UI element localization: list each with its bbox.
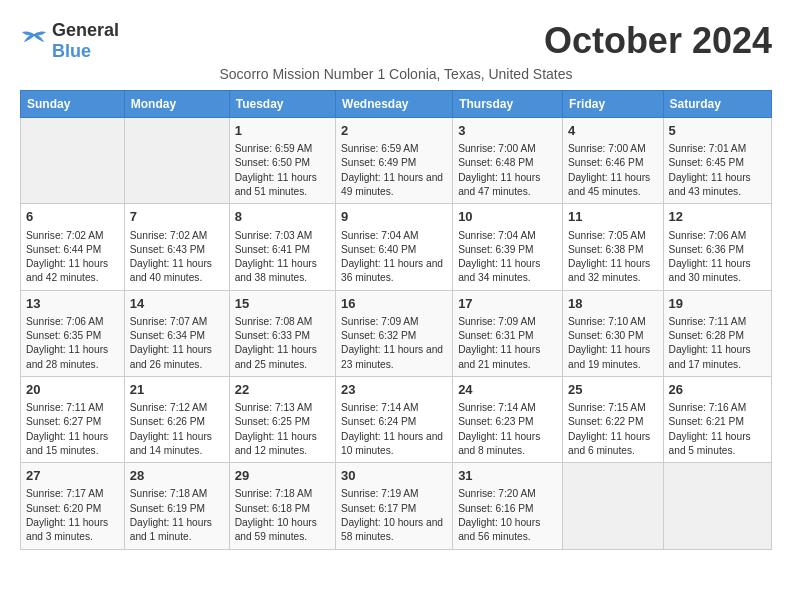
day-number: 11	[568, 208, 657, 226]
header: General Blue October 2024	[20, 20, 772, 62]
day-number: 1	[235, 122, 330, 140]
calendar-body: 1Sunrise: 6:59 AMSunset: 6:50 PMDaylight…	[21, 118, 772, 550]
calendar-subtitle: Socorro Mission Number 1 Colonia, Texas,…	[20, 66, 772, 82]
cell-w3-d2: 14Sunrise: 7:07 AMSunset: 6:34 PMDayligh…	[124, 290, 229, 376]
day-number: 12	[669, 208, 766, 226]
day-info: Sunrise: 7:12 AMSunset: 6:26 PMDaylight:…	[130, 401, 224, 458]
cell-w1-d2	[124, 118, 229, 204]
day-info: Sunrise: 7:00 AMSunset: 6:48 PMDaylight:…	[458, 142, 557, 199]
week-row-2: 6Sunrise: 7:02 AMSunset: 6:44 PMDaylight…	[21, 204, 772, 290]
day-number: 28	[130, 467, 224, 485]
day-info: Sunrise: 7:07 AMSunset: 6:34 PMDaylight:…	[130, 315, 224, 372]
logo: General Blue	[20, 20, 119, 62]
day-info: Sunrise: 7:06 AMSunset: 6:35 PMDaylight:…	[26, 315, 119, 372]
cell-w3-d7: 19Sunrise: 7:11 AMSunset: 6:28 PMDayligh…	[663, 290, 771, 376]
calendar-header: Sunday Monday Tuesday Wednesday Thursday…	[21, 91, 772, 118]
cell-w2-d6: 11Sunrise: 7:05 AMSunset: 6:38 PMDayligh…	[563, 204, 663, 290]
logo-text: General Blue	[52, 20, 119, 62]
day-number: 20	[26, 381, 119, 399]
day-info: Sunrise: 7:04 AMSunset: 6:40 PMDaylight:…	[341, 229, 447, 286]
header-row: Sunday Monday Tuesday Wednesday Thursday…	[21, 91, 772, 118]
week-row-4: 20Sunrise: 7:11 AMSunset: 6:27 PMDayligh…	[21, 376, 772, 462]
day-info: Sunrise: 7:10 AMSunset: 6:30 PMDaylight:…	[568, 315, 657, 372]
cell-w2-d2: 7Sunrise: 7:02 AMSunset: 6:43 PMDaylight…	[124, 204, 229, 290]
day-number: 29	[235, 467, 330, 485]
day-info: Sunrise: 7:18 AMSunset: 6:19 PMDaylight:…	[130, 487, 224, 544]
day-number: 30	[341, 467, 447, 485]
cell-w2-d3: 8Sunrise: 7:03 AMSunset: 6:41 PMDaylight…	[229, 204, 335, 290]
day-info: Sunrise: 7:02 AMSunset: 6:44 PMDaylight:…	[26, 229, 119, 286]
day-number: 2	[341, 122, 447, 140]
week-row-1: 1Sunrise: 6:59 AMSunset: 6:50 PMDaylight…	[21, 118, 772, 204]
cell-w4-d5: 24Sunrise: 7:14 AMSunset: 6:23 PMDayligh…	[453, 376, 563, 462]
day-number: 15	[235, 295, 330, 313]
col-monday: Monday	[124, 91, 229, 118]
day-info: Sunrise: 7:04 AMSunset: 6:39 PMDaylight:…	[458, 229, 557, 286]
cell-w3-d1: 13Sunrise: 7:06 AMSunset: 6:35 PMDayligh…	[21, 290, 125, 376]
day-info: Sunrise: 7:05 AMSunset: 6:38 PMDaylight:…	[568, 229, 657, 286]
logo-icon	[20, 30, 48, 52]
month-title: October 2024	[544, 20, 772, 62]
day-info: Sunrise: 7:09 AMSunset: 6:32 PMDaylight:…	[341, 315, 447, 372]
cell-w1-d7: 5Sunrise: 7:01 AMSunset: 6:45 PMDaylight…	[663, 118, 771, 204]
day-number: 4	[568, 122, 657, 140]
cell-w1-d4: 2Sunrise: 6:59 AMSunset: 6:49 PMDaylight…	[336, 118, 453, 204]
cell-w5-d3: 29Sunrise: 7:18 AMSunset: 6:18 PMDayligh…	[229, 463, 335, 549]
cell-w3-d4: 16Sunrise: 7:09 AMSunset: 6:32 PMDayligh…	[336, 290, 453, 376]
day-info: Sunrise: 7:15 AMSunset: 6:22 PMDaylight:…	[568, 401, 657, 458]
day-info: Sunrise: 7:14 AMSunset: 6:23 PMDaylight:…	[458, 401, 557, 458]
day-info: Sunrise: 7:03 AMSunset: 6:41 PMDaylight:…	[235, 229, 330, 286]
cell-w1-d5: 3Sunrise: 7:00 AMSunset: 6:48 PMDaylight…	[453, 118, 563, 204]
col-sunday: Sunday	[21, 91, 125, 118]
cell-w5-d4: 30Sunrise: 7:19 AMSunset: 6:17 PMDayligh…	[336, 463, 453, 549]
day-number: 18	[568, 295, 657, 313]
cell-w5-d5: 31Sunrise: 7:20 AMSunset: 6:16 PMDayligh…	[453, 463, 563, 549]
cell-w4-d3: 22Sunrise: 7:13 AMSunset: 6:25 PMDayligh…	[229, 376, 335, 462]
day-info: Sunrise: 7:17 AMSunset: 6:20 PMDaylight:…	[26, 487, 119, 544]
day-info: Sunrise: 7:09 AMSunset: 6:31 PMDaylight:…	[458, 315, 557, 372]
day-number: 10	[458, 208, 557, 226]
day-info: Sunrise: 7:08 AMSunset: 6:33 PMDaylight:…	[235, 315, 330, 372]
logo-general: General	[52, 20, 119, 40]
cell-w1-d6: 4Sunrise: 7:00 AMSunset: 6:46 PMDaylight…	[563, 118, 663, 204]
day-info: Sunrise: 7:19 AMSunset: 6:17 PMDaylight:…	[341, 487, 447, 544]
day-info: Sunrise: 6:59 AMSunset: 6:49 PMDaylight:…	[341, 142, 447, 199]
col-saturday: Saturday	[663, 91, 771, 118]
day-number: 14	[130, 295, 224, 313]
day-info: Sunrise: 7:06 AMSunset: 6:36 PMDaylight:…	[669, 229, 766, 286]
day-number: 8	[235, 208, 330, 226]
day-info: Sunrise: 7:13 AMSunset: 6:25 PMDaylight:…	[235, 401, 330, 458]
day-number: 22	[235, 381, 330, 399]
day-info: Sunrise: 7:11 AMSunset: 6:28 PMDaylight:…	[669, 315, 766, 372]
cell-w2-d4: 9Sunrise: 7:04 AMSunset: 6:40 PMDaylight…	[336, 204, 453, 290]
day-number: 6	[26, 208, 119, 226]
calendar-table: Sunday Monday Tuesday Wednesday Thursday…	[20, 90, 772, 550]
cell-w5-d7	[663, 463, 771, 549]
day-info: Sunrise: 7:02 AMSunset: 6:43 PMDaylight:…	[130, 229, 224, 286]
day-number: 5	[669, 122, 766, 140]
day-number: 23	[341, 381, 447, 399]
day-number: 19	[669, 295, 766, 313]
day-info: Sunrise: 7:01 AMSunset: 6:45 PMDaylight:…	[669, 142, 766, 199]
day-info: Sunrise: 7:14 AMSunset: 6:24 PMDaylight:…	[341, 401, 447, 458]
week-row-5: 27Sunrise: 7:17 AMSunset: 6:20 PMDayligh…	[21, 463, 772, 549]
day-number: 17	[458, 295, 557, 313]
cell-w3-d6: 18Sunrise: 7:10 AMSunset: 6:30 PMDayligh…	[563, 290, 663, 376]
logo-blue: Blue	[52, 41, 91, 61]
day-number: 21	[130, 381, 224, 399]
cell-w4-d1: 20Sunrise: 7:11 AMSunset: 6:27 PMDayligh…	[21, 376, 125, 462]
day-info: Sunrise: 7:18 AMSunset: 6:18 PMDaylight:…	[235, 487, 330, 544]
week-row-3: 13Sunrise: 7:06 AMSunset: 6:35 PMDayligh…	[21, 290, 772, 376]
day-number: 24	[458, 381, 557, 399]
cell-w2-d1: 6Sunrise: 7:02 AMSunset: 6:44 PMDaylight…	[21, 204, 125, 290]
cell-w5-d6	[563, 463, 663, 549]
day-number: 3	[458, 122, 557, 140]
day-info: Sunrise: 7:16 AMSunset: 6:21 PMDaylight:…	[669, 401, 766, 458]
day-number: 25	[568, 381, 657, 399]
day-number: 16	[341, 295, 447, 313]
col-friday: Friday	[563, 91, 663, 118]
cell-w2-d7: 12Sunrise: 7:06 AMSunset: 6:36 PMDayligh…	[663, 204, 771, 290]
col-thursday: Thursday	[453, 91, 563, 118]
day-number: 31	[458, 467, 557, 485]
cell-w5-d1: 27Sunrise: 7:17 AMSunset: 6:20 PMDayligh…	[21, 463, 125, 549]
